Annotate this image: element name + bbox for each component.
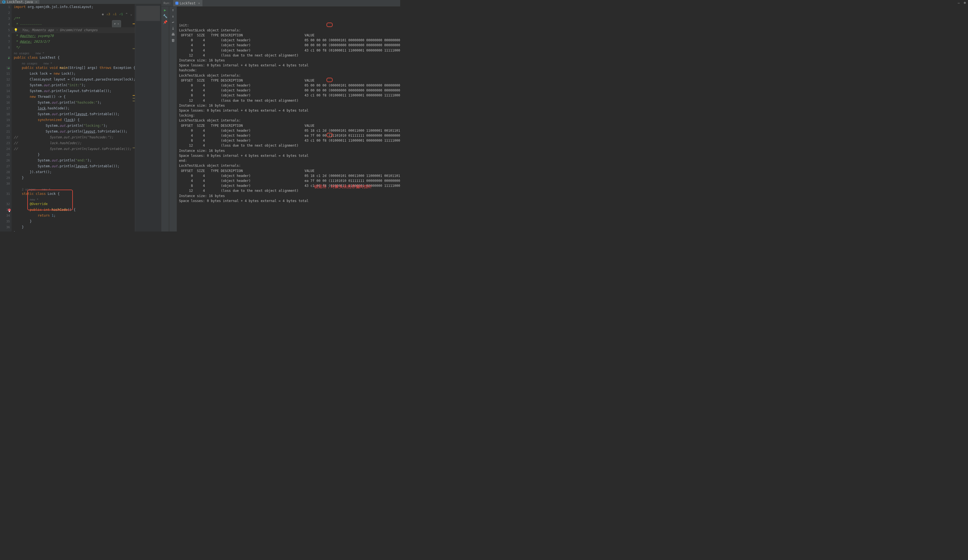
console-line: 4 4 (object header) ea 7f 00 00 (1110101… (179, 133, 400, 138)
console-line: 12 4 (loss due to the next object alignm… (179, 143, 400, 148)
console-line: 0 4 (object header) 05 18 c1 2d (0000010… (179, 128, 400, 133)
console-line: LockTest$Lock object internals: (179, 163, 400, 168)
error-stripe[interactable] (132, 4, 135, 231)
console-line: OFFSET SIZE TYPE DESCRIPTION VALUE (179, 78, 400, 83)
console-line: 8 4 (object header) 43 c1 00 f8 (0100001… (179, 48, 400, 53)
tab-label: LockTest.java (7, 0, 33, 4)
annotation-text: 锁退出，对象头依然存偏向指针 (314, 184, 372, 189)
run-gutter-icon[interactable]: ▶ (8, 66, 10, 71)
console-line: Instance size: 16 bytes (179, 103, 400, 108)
editor-tab-locktest[interactable]: C LockTest.java × (0, 0, 40, 4)
console-line: OFFSET SIZE TYPE DESCRIPTION VALUE (179, 33, 400, 38)
run-tab-label: LockTest (180, 2, 196, 5)
console-line: Instance size: 16 bytes (179, 193, 400, 198)
run-side-toolbar-2: ↑ ↓ ↩ ⤓ 🖶 🗑 (169, 7, 177, 231)
run-label: Run: (164, 2, 171, 5)
run-header: Run: LockTest × ⚙ — (161, 0, 400, 7)
run-config-icon (176, 2, 179, 5)
console-line: 4 4 (object header) 00 00 00 00 (0000000… (179, 88, 400, 93)
console-line: 4 4 (object header) ea 7f 00 00 (1110101… (179, 178, 400, 183)
console-line: 0 4 (object header) 05 00 00 00 (0000010… (179, 83, 400, 88)
code-minimap[interactable] (135, 4, 161, 231)
trash-icon[interactable]: 🗑 (171, 38, 176, 43)
wrench-icon[interactable]: 🔧 (163, 14, 167, 18)
console-line: Space losses: 0 bytes internal + 4 bytes… (179, 153, 400, 158)
scroll-end-icon[interactable]: ⤓ (171, 26, 176, 30)
console-line: Instance size: 16 bytes (179, 58, 400, 63)
soft-wrap-icon[interactable]: ↩ (171, 20, 176, 24)
close-run-tab-icon[interactable]: × (198, 2, 200, 5)
rerun-icon[interactable]: ▶ (163, 8, 167, 12)
editor-tab-bar: C LockTest.java × (0, 0, 161, 4)
console-line: Instance size: 16 bytes (179, 148, 400, 153)
console-line: 8 4 (object header) 43 c1 00 f8 (0100001… (179, 93, 400, 98)
console-line: Space losses: 0 bytes internal + 4 bytes… (179, 108, 400, 113)
pin-icon[interactable]: 📌 (163, 20, 167, 24)
console-line: 4 4 (object header) 00 00 00 00 (0000000… (179, 43, 400, 48)
console-line: 12 4 (loss due to the next object alignm… (179, 53, 400, 58)
console-line: LockTest$Lock object internals: (179, 118, 400, 123)
console-line: locking: (179, 113, 400, 118)
console-line: 0 4 (object header) 05 00 00 00 (0000010… (179, 38, 400, 43)
console-line: 12 4 (loss due to the next object alignm… (179, 98, 400, 103)
console-line: init: (179, 23, 400, 28)
up-icon[interactable]: ↑ (171, 8, 176, 12)
line-number-gutter: 12345678 9▶ 10▶ 111213141516171819202122… (0, 4, 12, 231)
print-icon[interactable]: 🖶 (171, 32, 176, 36)
console-line: hashcode: (179, 68, 400, 73)
close-icon[interactable]: × (35, 0, 37, 4)
run-gutter-icon[interactable]: ▶ (8, 55, 10, 61)
console-line: OFFSET SIZE TYPE DESCRIPTION VALUE (179, 123, 400, 128)
console-line: 8 4 (object header) 43 c1 00 f8 (0100001… (179, 138, 400, 143)
java-class-icon: C (2, 0, 5, 3)
code-editor[interactable]: ◉ ⚠3 ⚠1 ✓1 ^ ⌄ ⌕ × import org.openjdk.jo… (12, 4, 135, 231)
author-hint: You, Moments ago · Uncommitted changes (22, 28, 98, 32)
breakpoint-icon[interactable]: ● (8, 209, 11, 211)
console-line: LockTest$Lock object internals: (179, 73, 400, 78)
console-line: 0 4 (object header) 05 18 c1 2d (0000010… (179, 173, 400, 178)
console-line: OFFSET SIZE TYPE DESCRIPTION VALUE (179, 168, 400, 173)
console-line: end: (179, 158, 400, 163)
console-line: Space losses: 0 bytes internal + 4 bytes… (179, 198, 400, 203)
console-line: LockTest$Lock object internals: (179, 28, 400, 33)
down-icon[interactable]: ↓ (171, 14, 176, 18)
run-tab[interactable]: LockTest × (173, 0, 202, 7)
console-line: Space losses: 0 bytes internal + 4 bytes… (179, 63, 400, 68)
run-console[interactable]: init:LockTest$Lock object internals: OFF… (177, 7, 400, 231)
run-side-toolbar: ▶ 🔧 📌 (161, 7, 169, 231)
